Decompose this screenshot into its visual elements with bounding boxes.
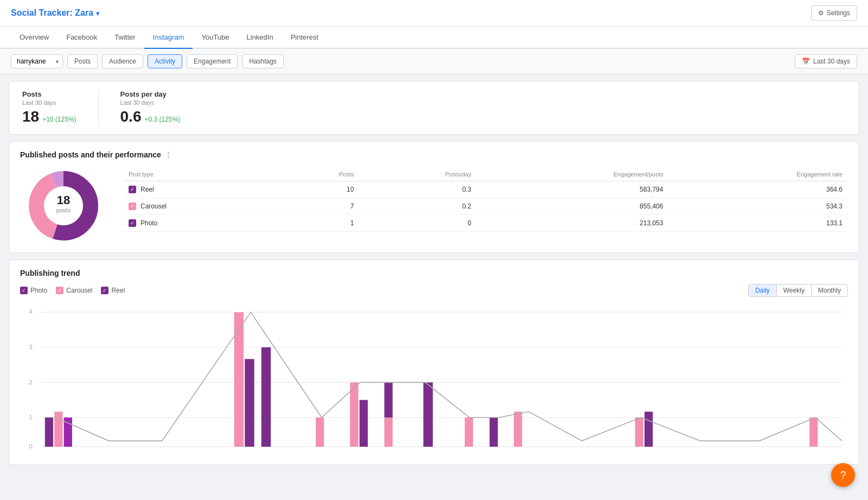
type-photo: ✓ Photo (123, 215, 278, 232)
time-toggle: Daily Weekly Monthly (748, 284, 848, 297)
col-post-type: Post type (123, 168, 278, 181)
sub-tab-hashtags[interactable]: Hashtags (242, 54, 284, 68)
bar-chart: 4 3 2 1 0 (20, 303, 848, 455)
svg-text:2: 2 (29, 378, 33, 386)
nav-tab-overview[interactable]: Overview (11, 27, 58, 49)
photo-checkbox[interactable]: ✓ (129, 219, 136, 227)
calendar-icon: 📅 (802, 58, 810, 65)
header-title: Social Tracker: Zara ▾ (11, 8, 99, 18)
bar (45, 417, 53, 447)
published-posts-section: Published posts and their performance ⋮ … (9, 141, 859, 253)
stats-bar: Posts Last 30 days 18 +10 (125%) Posts p… (9, 81, 859, 135)
nav-tab-twitter[interactable]: Twitter (106, 27, 144, 49)
stat-posts-change: +10 (125%) (42, 116, 76, 123)
type-carousel: ✓ Carousel (123, 198, 278, 215)
stat-ppd-value: 0.6 +0.3 (125%) (120, 108, 181, 125)
bar (245, 359, 254, 447)
settings-label: Settings (827, 9, 850, 17)
nav-tab-instagram[interactable]: Instagram (144, 27, 193, 49)
date-range-label: Last 30 days (813, 58, 850, 65)
type-reel: ✓ Reel (123, 181, 278, 198)
bar (384, 417, 392, 447)
stat-posts-value: 18 +10 (125%) (22, 108, 76, 125)
account-select-wrap: harrykane (11, 54, 63, 68)
section-title: Published posts and their performance ⋮ (20, 150, 848, 159)
bar (261, 347, 271, 447)
nav-tabs: Overview Facebook Twitter Instagram YouT… (0, 27, 868, 49)
stat-posts-sublabel: Last 30 days (22, 99, 76, 106)
bar (316, 417, 324, 447)
publishing-trend-section: Publishing trend ✓ Photo ✓ Carousel ✓ Re… (9, 260, 859, 465)
table-header-row: Post type Posts Posts/day Engagement/pos… (123, 168, 848, 181)
time-btn-monthly[interactable]: Monthly (812, 284, 847, 296)
legend-photo: ✓ Photo (20, 287, 47, 294)
header: Social Tracker: Zara ▾ ⚙ Settings (0, 0, 868, 27)
bar (644, 412, 653, 447)
trend-line (55, 312, 842, 441)
bar (514, 412, 522, 447)
stat-posts: Posts Last 30 days 18 +10 (125%) (22, 90, 99, 125)
nav-tab-linkedin[interactable]: LinkedIn (238, 27, 282, 49)
sub-tab-activity[interactable]: Activity (148, 54, 182, 68)
time-btn-daily[interactable]: Daily (749, 284, 777, 296)
brand-chevron[interactable]: ▾ (96, 10, 99, 17)
account-select[interactable]: harrykane (11, 54, 63, 68)
post-performance: 18 posts Post type Posts Posts/day Engag… (20, 168, 848, 244)
bar (423, 382, 432, 446)
stat-posts-label: Posts (22, 90, 76, 98)
sub-nav: harrykane Posts Audience Activity Engage… (0, 49, 868, 74)
bar (360, 400, 368, 447)
app-name: Social Tracker: (11, 8, 75, 17)
nav-tab-youtube[interactable]: YouTube (193, 27, 238, 49)
svg-text:0: 0 (29, 442, 33, 450)
col-posts-day: Posts/day (359, 168, 476, 181)
sub-nav-left: harrykane Posts Audience Activity Engage… (11, 54, 284, 68)
svg-text:3: 3 (29, 343, 33, 351)
post-table-wrap: Post type Posts Posts/day Engagement/pos… (123, 168, 848, 244)
svg-text:4: 4 (29, 308, 33, 315)
carousel-checkbox[interactable]: ✓ (129, 202, 136, 210)
donut-chart-wrap: 18 posts (20, 168, 107, 244)
nav-tab-pinterest[interactable]: Pinterest (282, 27, 327, 49)
sub-tab-posts[interactable]: Posts (67, 54, 98, 68)
table-row: ✓ Photo 1 0 213,053 133.1 (123, 215, 848, 232)
table-row: ✓ Carousel 7 0.2 855,406 534.3 (123, 198, 848, 215)
legend-carousel: ✓ Carousel (56, 287, 92, 294)
bar (465, 417, 473, 447)
sub-tab-engagement[interactable]: Engagement (187, 54, 238, 68)
help-icon: ? (840, 469, 846, 472)
gear-icon: ⚙ (818, 9, 824, 17)
bar (234, 312, 244, 447)
donut-label: posts (56, 207, 71, 213)
reel-checkbox[interactable]: ✓ (129, 186, 136, 193)
legend-reel: ✓ Reel (101, 287, 125, 294)
col-posts: Posts (278, 168, 359, 181)
info-icon[interactable]: ⋮ (164, 150, 172, 159)
bar (350, 382, 358, 446)
legend-photo-check[interactable]: ✓ (20, 287, 28, 294)
post-table: Post type Posts Posts/day Engagement/pos… (123, 168, 848, 232)
col-engagement-posts: Engagement/posts (477, 168, 669, 181)
sub-tab-audience[interactable]: Audience (102, 54, 143, 68)
legend-carousel-check[interactable]: ✓ (56, 287, 63, 294)
donut-svg: 18 posts (25, 168, 101, 244)
table-row: ✓ Reel 10 0.3 583,794 364.6 (123, 181, 848, 198)
brand-name: Zara (75, 8, 93, 17)
bar (54, 412, 62, 447)
bar (489, 417, 497, 447)
date-range-button[interactable]: 📅 Last 30 days (795, 54, 857, 68)
legend-reel-check[interactable]: ✓ (101, 287, 108, 294)
col-engagement-rate: Engagement rate (668, 168, 848, 181)
svg-text:1: 1 (29, 413, 33, 421)
stat-ppd-sublabel: Last 30 days (120, 99, 181, 106)
donut-value: 18 (57, 193, 70, 207)
settings-button[interactable]: ⚙ Settings (811, 5, 857, 21)
time-btn-weekly[interactable]: Weekly (777, 284, 812, 296)
stat-ppd-label: Posts per day (120, 90, 181, 98)
bar (809, 417, 818, 447)
chart-legend: ✓ Photo ✓ Carousel ✓ Reel (20, 287, 125, 294)
nav-tab-facebook[interactable]: Facebook (58, 27, 106, 49)
donut-container: 18 posts (25, 168, 101, 244)
trend-header: Publishing trend (20, 269, 848, 277)
trend-title: Publishing trend (20, 269, 80, 277)
